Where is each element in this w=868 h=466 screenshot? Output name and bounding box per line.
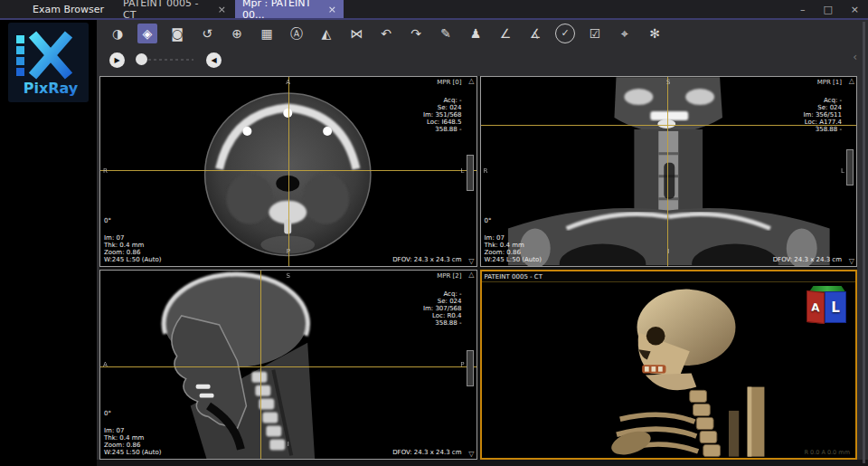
close-icon[interactable]: × — [851, 4, 859, 15]
minimize-icon[interactable]: – — [800, 4, 806, 15]
orientation-top: A — [286, 79, 290, 86]
cine-previous-button[interactable]: ◀ — [206, 52, 222, 68]
accept-circle-icon[interactable]: ✓ — [555, 24, 575, 43]
tab-mpr-active[interactable]: Mpr : PATEINT 00... × — [235, 0, 344, 18]
footer-strip — [97, 460, 868, 466]
rotate-left-icon[interactable]: ↶ — [376, 24, 396, 43]
measure-cobb-angle-icon[interactable]: ∡ — [525, 24, 545, 43]
tab-patient-study[interactable]: PATEINT 0005 - CT × — [116, 0, 233, 18]
crosshair-vertical[interactable] — [260, 271, 261, 460]
image-stats: Im: 07Thk: 0.4 mm Zoom: 0.86W:245 L:50 (… — [104, 234, 162, 263]
orientation-bottom: P — [287, 248, 290, 255]
patient-orientation-icon[interactable]: ♟ — [466, 24, 486, 43]
3d-position-info: R 0.0 A 0.0 mm — [804, 449, 850, 456]
image-stats: Im: 07Thk: 0.4 mm Zoom: 0.86W:245 L:50 (… — [104, 427, 162, 456]
orientation-right: L — [841, 167, 844, 175]
orientation-bottom: I — [288, 441, 289, 448]
accept-box-icon[interactable]: ☑ — [585, 24, 605, 43]
tab-label: PATEINT 0005 - CT — [123, 0, 212, 21]
rotate-right-icon[interactable]: ↷ — [406, 24, 426, 43]
crosshair-vertical[interactable] — [667, 77, 668, 266]
toolbar: ◑ ◈ ◙ ↺ ⊕ ▦ Ⓐ ◭ ⋈ ↶ ↷ ✎ ♟ ∠ ∡ ✓ ☑ ⌖ ✻ — [97, 20, 665, 47]
viewport-label: MPR [1] — [817, 79, 842, 86]
viewport-label: MPR [0] — [437, 79, 461, 86]
cube-left-face: L — [825, 291, 846, 323]
3d-volume-render — [482, 283, 856, 459]
acquisition-info: Acq: -Se: 024 Im: 351/568Loc: I648.5 358… — [423, 97, 462, 133]
orientation-top: S — [287, 272, 290, 280]
orientation-right: L — [461, 167, 465, 175]
viewport-sagittal[interactable]: MPR [2] △ ▽ Acq: -Se: 024 Im: 307/568Loc… — [99, 270, 477, 461]
scrollbar-thumb[interactable] — [467, 155, 474, 191]
orientation-top: S — [666, 79, 670, 86]
viewport-coronal[interactable]: MPR [1] △ ▽ Acq: -Se: 024 Im: 356/511Loc… — [480, 76, 858, 267]
viewport-axial[interactable]: MPR [0] △ ▽ Acq: -Se: 024 Im: 351/568Loc… — [99, 76, 477, 267]
3d-viewport-title: PATEINT 0005 - CT — [482, 271, 856, 282]
orientation-left: R — [484, 167, 488, 175]
dfov-label: DFOV: 24.3 x 24.3 cm — [392, 449, 461, 456]
crosshair-horizontal[interactable] — [100, 366, 476, 367]
scrollbar-thumb[interactable] — [846, 149, 854, 185]
rotation-angle: 0° — [104, 217, 111, 224]
marker-pin-icon[interactable]: ⌖ — [615, 24, 635, 43]
crosshair-vertical[interactable] — [288, 77, 289, 266]
app-title: Exam Browser — [33, 4, 104, 15]
pixray-logo-graphic: PixRay — [8, 23, 89, 102]
measure-length-icon[interactable]: ✎ — [436, 24, 456, 43]
titlebar: Exam Browser PATEINT 0005 - CT × Mpr : P… — [0, 0, 868, 20]
window-scrollbar[interactable] — [863, 22, 865, 463]
orientation-cube[interactable]: A L — [807, 286, 848, 324]
pixray-logo-text: PixRay — [24, 80, 79, 97]
orientation-right: P — [460, 361, 464, 368]
mpr-layers-icon[interactable]: ◈ — [137, 24, 157, 43]
viewport-3d[interactable]: PATEINT 0005 - CT — [480, 270, 858, 461]
window-level-icon[interactable]: ◙ — [167, 24, 187, 43]
auto-annotation-icon[interactable]: Ⓐ — [287, 24, 307, 43]
window-controls: – □ × — [800, 0, 859, 18]
cine-slider-handle[interactable] — [136, 53, 147, 65]
scroll-up-icon[interactable]: △ — [468, 271, 474, 279]
scrollbar-thumb[interactable] — [467, 350, 474, 386]
viewport-grid: MPR [0] △ ▽ Acq: -Se: 024 Im: 351/568Loc… — [99, 76, 857, 460]
flip-horizontal-icon[interactable]: ◭ — [316, 24, 336, 43]
crosshair-horizontal[interactable] — [100, 170, 476, 171]
dfov-label: DFOV: 24.3 x 24.3 cm — [773, 256, 842, 263]
reset-icon[interactable]: ↺ — [197, 24, 217, 43]
scroll-down-icon[interactable]: ▽ — [468, 258, 474, 265]
tab-close-icon[interactable]: × — [323, 4, 336, 15]
zoom-icon[interactable]: ⊕ — [227, 24, 247, 43]
toolbar-collapse-icon[interactable]: ‹ — [853, 51, 857, 63]
scroll-up-icon[interactable]: △ — [468, 78, 474, 85]
acquisition-info: Acq: -Se: 024 Im: 307/568Loc: R0.4 358.8… — [423, 290, 462, 327]
tab-close-icon[interactable]: × — [212, 4, 226, 15]
scroll-down-icon[interactable]: ▽ — [849, 258, 854, 265]
maximize-icon[interactable]: □ — [823, 4, 832, 15]
cine-play-button[interactable]: ▶ — [109, 52, 125, 68]
flip-vertical-icon[interactable]: ⋈ — [346, 24, 366, 43]
orientation-bottom: I — [667, 248, 669, 255]
crosshair-horizontal[interactable] — [481, 125, 857, 126]
pixray-logo: PixRay — [8, 23, 89, 102]
annotation-overlay-icon[interactable]: ▦ — [257, 24, 277, 43]
rotation-angle: 0° — [104, 410, 111, 417]
viewport-label: MPR [2] — [437, 272, 461, 280]
main-area: ◑ ◈ ◙ ↺ ⊕ ▦ Ⓐ ◭ ⋈ ↶ ↷ ✎ ♟ ∠ ∡ ✓ ☑ ⌖ ✻ ‹ … — [97, 20, 868, 466]
acquisition-info: Acq: -Se: 024 Im: 356/511Loc: A177.4 358… — [803, 97, 842, 133]
cine-bar: ▶ ◀ — [97, 47, 222, 72]
sidebar: PixRay — [0, 20, 97, 466]
measure-angle-icon[interactable]: ∠ — [495, 24, 515, 43]
image-stats: Im: 07Thk: 0.4 mm Zoom: 0.86W:245 L:50 (… — [485, 234, 542, 263]
orientation-left: A — [103, 361, 108, 368]
cube-anterior-face: A — [807, 290, 825, 323]
scroll-up-icon[interactable]: △ — [849, 78, 854, 85]
scroll-down-icon[interactable]: ▽ — [468, 451, 474, 458]
tab-label: Mpr : PATEINT 00... — [242, 0, 323, 21]
rotation-angle: 0° — [485, 217, 492, 224]
settings-icon[interactable]: ✻ — [645, 24, 665, 43]
dfov-label: DFOV: 24.3 x 24.3 cm — [392, 256, 461, 263]
orientation-left: R — [103, 167, 108, 175]
cine-slider[interactable] — [137, 59, 193, 61]
contrast-invert-icon[interactable]: ◑ — [108, 24, 127, 43]
